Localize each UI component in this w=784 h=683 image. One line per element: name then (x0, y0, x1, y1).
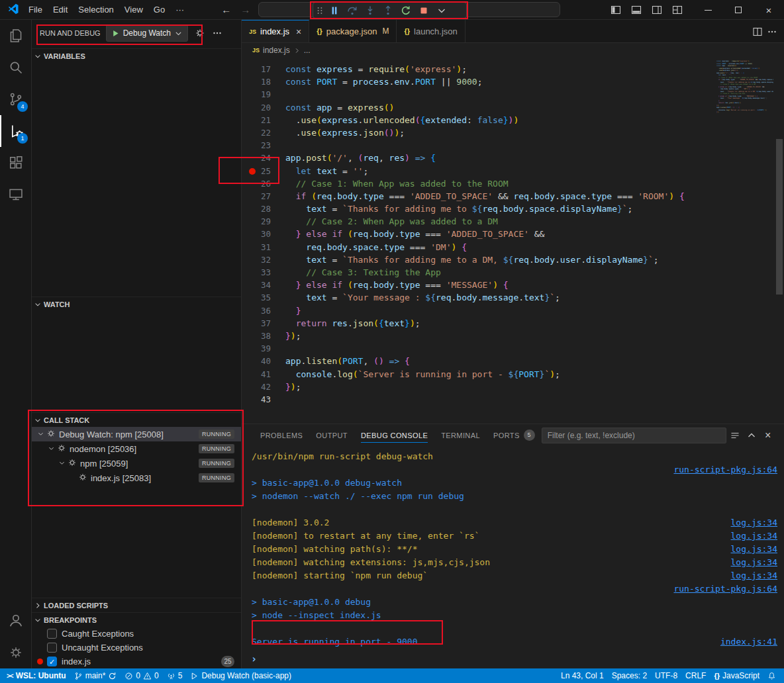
step-out-button[interactable] (379, 3, 397, 18)
indentation-item[interactable]: Spaces: 2 (608, 668, 651, 683)
callstack-section-header[interactable]: CALL STACK (32, 412, 241, 427)
code-line[interactable]: 35 text = `Your message : ${req.body.mes… (242, 291, 784, 304)
gutter[interactable]: 32 (242, 253, 285, 266)
code-line[interactable]: 41 console.log(`Server is running in por… (242, 368, 784, 381)
problems-item[interactable]: 0 0 (121, 668, 162, 683)
remote-indicator[interactable]: >< WSL: Ubuntu (0, 668, 70, 683)
gutter[interactable]: 35 (242, 291, 285, 304)
activitybar-extensions[interactable] (0, 147, 31, 179)
code-line[interactable]: 19 (242, 88, 784, 101)
toggle-sidebar-icon[interactable] (607, 1, 624, 19)
breadcrumb-file[interactable]: index.js (263, 46, 290, 55)
toolbar-grip-icon[interactable] (315, 3, 325, 18)
code-line[interactable]: 38}); (242, 330, 784, 342)
activitybar-settings[interactable] (0, 637, 31, 668)
launch-config-select[interactable]: Debug Watch (106, 24, 188, 42)
gutter[interactable]: 26 (242, 177, 285, 190)
gutter[interactable]: 27 (242, 190, 285, 203)
chevron-down-icon[interactable] (58, 459, 68, 469)
code-line[interactable]: 30 } else if (req.body.type === 'ADDED_T… (242, 228, 784, 240)
code-line[interactable]: 27 if (req.body.type === 'ADDED_TO_SPACE… (242, 190, 784, 203)
gutter[interactable]: 20 (242, 101, 285, 114)
code-line[interactable]: 34 } else if (req.body.type === 'MESSAGE… (242, 279, 784, 291)
callstack-row[interactable]: Debug Watch: npm [25008]RUNNING (32, 427, 241, 441)
cursor-position-item[interactable]: Ln 43, Col 1 (557, 668, 608, 683)
step-into-button[interactable] (361, 3, 379, 18)
breakpoint-row[interactable]: Uncaught Exceptions (32, 641, 241, 655)
gutter[interactable]: 19 (242, 88, 285, 101)
editor-scrollbar[interactable] (775, 58, 784, 424)
restart-button[interactable] (397, 3, 415, 18)
breakpoint-row[interactable]: ✓index.js25 (32, 655, 241, 668)
stop-button[interactable] (415, 3, 432, 18)
activitybar-accounts[interactable] (0, 605, 31, 637)
open-launch-json-gear-icon[interactable] (195, 28, 205, 38)
console-prompt-chevron[interactable]: › (251, 653, 257, 665)
console-source-link[interactable]: log.js:34 (731, 543, 777, 556)
breadcrumb-more[interactable]: ... (304, 46, 311, 55)
code-line[interactable]: 25 let text = ''; (242, 165, 784, 177)
activitybar-remote-explorer[interactable] (0, 179, 31, 210)
callstack-row[interactable]: npm [25059]RUNNING (32, 456, 241, 471)
gutter[interactable]: 37 (242, 317, 285, 330)
code-line[interactable]: 23 (242, 139, 784, 152)
breakpoints-section-header[interactable]: BREAKPOINTS (32, 612, 241, 627)
breakpoint-checkbox[interactable] (47, 629, 57, 639)
code-line[interactable]: 39 (242, 342, 784, 355)
callstack-row[interactable]: nodemon [25036]RUNNING (32, 441, 241, 456)
console-source-link[interactable]: index.js:41 (720, 635, 777, 649)
tab-launch.json[interactable]: {}launch.json (397, 20, 465, 42)
code-line[interactable]: 37 return res.json({text}); (242, 317, 784, 330)
activitybar-search[interactable] (0, 52, 31, 83)
code-line[interactable]: 21 .use(express.urlencoded({extended: fa… (242, 114, 784, 126)
gutter[interactable]: 34 (242, 279, 285, 291)
panel-tab-output[interactable]: OUTPUT (309, 424, 354, 446)
navigate-back-icon[interactable]: ← (221, 4, 231, 15)
gutter[interactable]: 22 (242, 126, 285, 139)
console-filter-input[interactable] (542, 428, 727, 443)
variables-section-header[interactable]: VARIABLES (32, 48, 241, 63)
console-source-link[interactable]: run-script-pkg.js:64 (673, 582, 777, 596)
menu-edit[interactable]: Edit (48, 3, 73, 17)
menu-selection[interactable]: Selection (73, 3, 119, 17)
tab-package.json[interactable]: {}package.jsonM (309, 20, 397, 42)
gutter[interactable]: 23 (242, 139, 285, 152)
code-line[interactable]: 26 // Case 1: When App was added to the … (242, 177, 784, 190)
language-mode-item[interactable]: {}JavaScript (710, 668, 763, 683)
gutter[interactable]: 31 (242, 241, 285, 253)
code-editor[interactable]: 17const express = require('express');18c… (242, 58, 784, 424)
gutter[interactable]: 36 (242, 304, 285, 317)
menu-file[interactable]: File (23, 3, 48, 17)
toggle-secondary-sidebar-icon[interactable] (648, 1, 665, 19)
chevron-down-icon[interactable] (37, 430, 46, 439)
gutter[interactable]: 17 (242, 63, 285, 75)
close-window-button[interactable]: × (754, 0, 784, 20)
gutter[interactable]: 28 (242, 203, 285, 215)
minimap[interactable]: const express = require('express');const… (716, 60, 773, 126)
ports-item[interactable]: 5 (163, 668, 187, 683)
code-line[interactable]: 18const PORT = process.env.PORT || 9000; (242, 75, 784, 88)
pause-button[interactable] (325, 3, 343, 18)
console-source-link[interactable]: log.js:34 (731, 569, 777, 582)
code-line[interactable]: 24app.post('/', (req, res) => { (242, 152, 784, 164)
chevron-down-icon[interactable] (48, 444, 57, 454)
gutter[interactable]: 33 (242, 266, 285, 279)
callstack-row[interactable]: index.js [25083]RUNNING (32, 471, 241, 485)
eol-item[interactable]: CRLF (681, 668, 710, 683)
gutter[interactable]: 38 (242, 330, 285, 342)
gutter[interactable]: 43 (242, 393, 285, 406)
close-icon[interactable]: × (296, 26, 301, 37)
console-source-link[interactable]: log.js:34 (731, 529, 777, 543)
encoding-item[interactable]: UTF-8 (651, 668, 681, 683)
start-debug-icon[interactable] (111, 29, 120, 38)
gutter[interactable]: 40 (242, 355, 285, 367)
code-line[interactable]: 32 text = `Thanks for adding me to a DM,… (242, 253, 784, 266)
git-branch-item[interactable]: main* (70, 668, 121, 683)
navigate-forward-icon[interactable]: → (240, 4, 250, 15)
panel-tab-terminal[interactable]: TERMINAL (434, 424, 487, 446)
menu-go[interactable]: Go (148, 3, 170, 17)
gutter[interactable]: 30 (242, 228, 285, 240)
code-line[interactable]: 29 // Case 2: When App was added to a DM (242, 215, 784, 228)
maximize-panel-chevron-icon[interactable] (743, 428, 760, 443)
panel-tab-ports[interactable]: PORTS5 (487, 424, 542, 446)
